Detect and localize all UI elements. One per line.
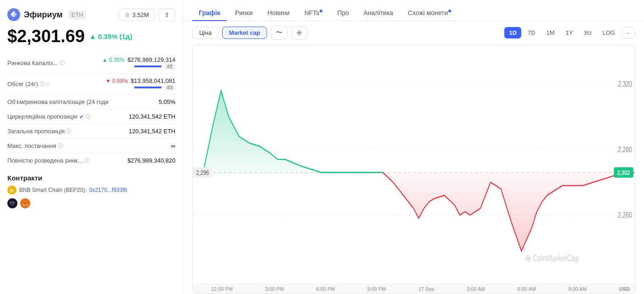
market-cap-value: $276,989,129,314 (127, 56, 175, 63)
info-icon[interactable]: ⓘ (60, 60, 65, 66)
info-icon-7[interactable]: ⓘ (84, 157, 89, 164)
volume-label: Обсяг (24г) ⓘ › (7, 81, 49, 87)
max-supply-row: Макс. постачання ⓘ ∞ (7, 139, 175, 153)
time-1d-button[interactable]: 1D (504, 27, 521, 38)
bnb-chain-icon: B (7, 185, 16, 195)
time-1y-button[interactable]: 1Y (561, 27, 578, 38)
volume-change: ▼ 0.68% (105, 78, 128, 84)
total-supply-label: Загальна пропозиція ⓘ (7, 128, 71, 135)
star-icon: ☆ (125, 11, 130, 18)
svg-text:🦊: 🦊 (22, 201, 28, 207)
time-label-900pm: 9:00 PM (367, 286, 386, 292)
chart-controls: Ціна Market cap 〜 ⁜ 1D 7D 1M 1Y Усі LOG … (183, 21, 644, 44)
svg-text:2,320: 2,320 (618, 80, 632, 88)
candle-chart-icon-button[interactable]: ⁜ (291, 26, 307, 40)
tab-novyny[interactable]: Новини (261, 5, 296, 21)
tab-grafik[interactable]: Графік (192, 5, 227, 21)
nav-tabs: Графік Ринки Новини NFTs Про Аналітика С… (183, 0, 644, 21)
market-cap-values: ▲ 0.35% $276,989,129,314 #2 (102, 56, 175, 70)
time-label-600am: 6:00 AM (518, 286, 536, 292)
coin-header: Эфириум ETH ☆ 3.52M ⇧ (7, 8, 175, 21)
tab-analityka[interactable]: Аналітика (357, 5, 400, 21)
time-label-1200pm: 12:00 PM (211, 286, 233, 292)
info-icon-6[interactable]: ⓘ (58, 142, 63, 149)
vol-mcap-row: Об'єм/ринкова капіталізація (24 годин...… (7, 95, 175, 109)
sidebar: Эфириум ETH ☆ 3.52M ⇧ $2,301.69 ▲ 0.35% … (0, 0, 183, 294)
info-icon-5[interactable]: ⓘ (66, 128, 71, 135)
share-button[interactable]: ⇧ (158, 9, 175, 21)
total-supply-value: 120,341,542 ETH (129, 128, 175, 135)
tab-rynky[interactable]: Ринки (229, 5, 259, 21)
line-chart-icon-button[interactable]: 〜 (271, 26, 288, 40)
current-price: $2,301.69 (7, 27, 85, 46)
price-change: ▲ 0.35% (1д) (89, 33, 132, 40)
market-cap-button[interactable]: Market cap (222, 27, 267, 39)
coin-name: Эфириум (24, 10, 63, 20)
time-7d-button[interactable]: 7D (523, 27, 540, 38)
chart-right-controls: 1D 7D 1M 1Y Усі LOG ··· (504, 27, 635, 38)
fox-icon: 🦊 (20, 198, 30, 208)
time-label-300pm: 3:00 PM (265, 286, 284, 292)
max-supply-value: ∞ (171, 142, 175, 149)
svg-text:2,260: 2,260 (618, 211, 632, 219)
bottom-icons: 🛡 🦊 (7, 198, 175, 208)
time-label-300am: 3:00 AM (467, 286, 485, 292)
svg-text:2,280: 2,280 (618, 146, 632, 154)
coin-actions: ☆ 3.52M ⇧ (119, 9, 175, 21)
time-label-900am: 9:00 AM (568, 286, 587, 292)
info-icon-4[interactable]: ⓘ (86, 113, 91, 120)
vol-mcap-label: Об'єм/ринкова капіталізація (24 годин...… (7, 98, 108, 105)
fdv-label: Повністю розведена ринк... ⓘ (7, 157, 89, 164)
market-cap-label: Ринкова Капаліз... ⓘ (7, 60, 65, 66)
watchlist-button[interactable]: ☆ 3.52M (119, 9, 155, 21)
time-log-button[interactable]: LOG (598, 27, 619, 38)
price-row: $2,301.69 ▲ 0.35% (1д) (7, 27, 175, 46)
price-button[interactable]: Ціна (192, 27, 218, 39)
volume-values: ▼ 0.68% $13,958,041,081 #3 (105, 77, 175, 91)
red-fill-area (383, 173, 634, 251)
coin-ticker: ETH (68, 11, 87, 19)
volume-row: Обсяг (24г) ⓘ › ▼ 0.68% $13,958,041,081 … (7, 74, 175, 95)
similar-dot (448, 10, 451, 12)
volume-expand-icon[interactable]: › (47, 81, 49, 87)
volume-rank: #3 (164, 84, 175, 91)
time-label-600pm: 6:00 PM (316, 286, 335, 292)
nfts-dot (320, 10, 322, 12)
chart-left-controls: Ціна Market cap 〜 ⁜ (192, 26, 307, 40)
total-supply-row: Загальна пропозиція ⓘ 120,341,542 ETH (7, 124, 175, 139)
info-icon-2[interactable]: ⓘ (40, 81, 45, 87)
currency-label: USD (619, 286, 630, 292)
market-cap-row: Ринкова Капаліз... ⓘ ▲ 0.35% $276,989,12… (7, 53, 175, 74)
time-all-button[interactable]: Усі (579, 27, 596, 38)
contract-chain: BNB Smart Chain (BEP20): (19, 187, 87, 193)
volume-value: $13,958,041,081 (131, 77, 175, 84)
svg-text:🛡: 🛡 (10, 201, 15, 206)
eth-logo-icon (7, 8, 20, 21)
tab-similar[interactable]: Схожі монети (401, 5, 458, 21)
more-button[interactable]: ··· (622, 27, 635, 38)
chart-svg: 2,320 2,280 2,260 2,302 2,296 ⊕ CoinMark… (193, 45, 634, 294)
main-content: Графік Ринки Новини NFTs Про Аналітика С… (183, 0, 644, 294)
tab-pro[interactable]: Про (331, 5, 355, 21)
candle-icon: ⁜ (296, 29, 302, 37)
time-1m-button[interactable]: 1M (542, 27, 559, 38)
watchlist-count: 3.52M (132, 11, 149, 18)
svg-text:⊕ CoinMarketCap: ⊕ CoinMarketCap (525, 253, 579, 263)
time-label-17sep: 17 Sep (418, 286, 434, 292)
circ-supply-row: Циркуляційна пропозиція ✔ ⓘ 120,341,542 … (7, 109, 175, 124)
volume-bar (134, 87, 162, 88)
verified-icon: ✔ (79, 114, 84, 120)
x-axis-labels: 12:00 PM 3:00 PM 6:00 PM 9:00 PM 17 Sep … (193, 284, 634, 294)
svg-text:2,296: 2,296 (196, 169, 209, 177)
market-cap-rank: #2 (164, 63, 175, 70)
green-fill-area (193, 91, 383, 176)
shield-icon: 🛡 (7, 198, 17, 208)
chart-area: 2,320 2,280 2,260 2,302 2,296 ⊕ CoinMark… (192, 44, 635, 294)
max-supply-label: Макс. постачання ⓘ (7, 142, 63, 149)
fdv-row: Повністю розведена ринк... ⓘ $276,989,34… (7, 153, 175, 168)
contract-address[interactable]: 0x2170...f933f8 (89, 187, 127, 193)
tab-nfts[interactable]: NFTs (298, 5, 329, 21)
market-cap-change: ▲ 0.35% (102, 57, 125, 63)
vol-mcap-value: 5.05% (158, 98, 175, 105)
share-icon: ⇧ (164, 11, 169, 18)
